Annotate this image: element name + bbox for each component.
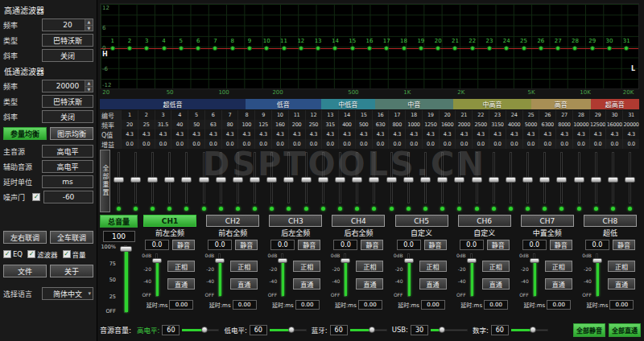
slider-thumb[interactable] bbox=[216, 177, 226, 183]
channel-delay-value[interactable]: 0.00 bbox=[421, 300, 445, 310]
slider-thumb[interactable] bbox=[120, 246, 132, 252]
mute-all-button[interactable]: 全部静音 bbox=[573, 323, 605, 337]
eq-band-handle[interactable] bbox=[316, 46, 320, 51]
lpf-slope-select[interactable]: 关闭 bbox=[42, 110, 93, 123]
lpf-freq-input[interactable]: 20000 ▲▼ bbox=[42, 80, 93, 92]
slider-thumb[interactable] bbox=[437, 177, 448, 183]
eq-band-handle[interactable] bbox=[607, 46, 612, 51]
channel-tab-ch2[interactable]: CH2 bbox=[206, 215, 259, 227]
slider-thumb[interactable] bbox=[454, 177, 464, 183]
eq-band-handle[interactable] bbox=[162, 46, 167, 51]
slider-thumb[interactable] bbox=[522, 177, 533, 183]
slider-thumb[interactable] bbox=[152, 258, 162, 263]
slider-thumb[interactable] bbox=[147, 177, 158, 183]
slider-thumb[interactable] bbox=[250, 177, 260, 183]
hpf-freq-input[interactable]: 20 ▲▼ bbox=[42, 18, 93, 31]
hpf-slope-select[interactable]: 关闭 bbox=[42, 49, 93, 62]
eq-band-handle[interactable] bbox=[452, 46, 457, 51]
channel-delay-value[interactable]: 0.00 bbox=[547, 300, 571, 310]
eq-gain-slider[interactable] bbox=[485, 150, 502, 212]
channel-volume-slider[interactable] bbox=[341, 253, 350, 298]
source-volume-slider[interactable] bbox=[350, 325, 387, 335]
channel-phase-button[interactable]: 正相 bbox=[356, 261, 383, 272]
channel-phase-button[interactable]: 正相 bbox=[230, 261, 258, 272]
channel-through-button[interactable]: 直通 bbox=[419, 278, 447, 290]
channel-delay-value[interactable]: 0.00 bbox=[233, 300, 257, 310]
master-volume-slider[interactable] bbox=[119, 244, 135, 314]
source-volume-slider[interactable] bbox=[431, 325, 468, 335]
eq-gain-slider[interactable] bbox=[605, 150, 621, 212]
source-volume-value[interactable]: 30 bbox=[411, 325, 428, 335]
channel-mute-button[interactable]: 静音 bbox=[487, 240, 510, 250]
slider-thumb[interactable] bbox=[335, 177, 345, 183]
master-volume-button[interactable]: 总音量 bbox=[100, 215, 138, 228]
slider-thumb[interactable] bbox=[288, 327, 295, 333]
slider-thumb[interactable] bbox=[506, 177, 516, 183]
eq-band-handle[interactable] bbox=[350, 46, 355, 51]
eq-band-handle[interactable] bbox=[504, 46, 509, 51]
eq-gain-slider[interactable] bbox=[400, 150, 417, 212]
channel-tab-ch7[interactable]: CH7 bbox=[521, 215, 574, 227]
eq-band-handle[interactable] bbox=[196, 46, 200, 51]
slider-thumb[interactable] bbox=[352, 177, 362, 183]
channel-mute-button[interactable]: 静音 bbox=[361, 240, 383, 250]
channel-through-button[interactable]: 直通 bbox=[482, 278, 510, 290]
channel-volume-slider[interactable] bbox=[278, 253, 287, 298]
eq-gain-slider[interactable] bbox=[469, 150, 485, 212]
channel-gain-value[interactable]: 0.0 bbox=[333, 240, 357, 250]
channel-delay-value[interactable]: 0.00 bbox=[609, 300, 634, 310]
eq-gain-slider[interactable] bbox=[281, 150, 298, 212]
slider-thumb[interactable] bbox=[539, 177, 550, 183]
language-select[interactable]: 简体中文 ▾ bbox=[42, 287, 93, 300]
eq-band-handle[interactable] bbox=[539, 46, 543, 51]
eq-band-handle[interactable] bbox=[230, 46, 235, 51]
master-volume-value[interactable]: 100 bbox=[103, 231, 135, 242]
eq-gain-slider[interactable] bbox=[298, 150, 315, 212]
channel-gain-value[interactable]: 0.0 bbox=[145, 240, 169, 250]
eq-band-handle[interactable] bbox=[436, 46, 440, 51]
eq-gain-slider[interactable] bbox=[502, 150, 519, 212]
slider-thumb[interactable] bbox=[283, 177, 294, 183]
slider-thumb[interactable] bbox=[201, 327, 208, 333]
slider-thumb[interactable] bbox=[369, 177, 379, 183]
channel-through-button[interactable]: 直通 bbox=[545, 278, 572, 290]
through-all-button[interactable]: 全部直通 bbox=[609, 323, 641, 337]
noise-gate-value-box[interactable]: -60 bbox=[43, 191, 93, 203]
graphic-eq-button[interactable]: 图示均衡 bbox=[50, 127, 93, 140]
slider-thumb[interactable] bbox=[625, 177, 635, 183]
channel-phase-button[interactable]: 正相 bbox=[545, 261, 572, 272]
source-volume-slider[interactable] bbox=[182, 325, 219, 335]
channel-phase-button[interactable]: 正相 bbox=[482, 261, 510, 272]
channel-phase-button[interactable]: 正相 bbox=[293, 261, 320, 272]
link-left-right-button[interactable]: 左右联调 bbox=[3, 231, 47, 244]
slider-thumb[interactable] bbox=[215, 258, 225, 263]
eq-band-handle[interactable] bbox=[487, 46, 492, 51]
eq-gain-slider[interactable] bbox=[554, 150, 571, 212]
eq-gain-slider[interactable] bbox=[264, 150, 281, 212]
slider-thumb[interactable] bbox=[608, 177, 618, 183]
channel-mute-button[interactable]: 静音 bbox=[172, 240, 195, 250]
channel-volume-slider[interactable] bbox=[404, 253, 414, 298]
parametric-eq-button[interactable]: 参量均衡 bbox=[3, 127, 47, 140]
channel-volume-slider[interactable] bbox=[592, 253, 602, 298]
slider-thumb[interactable] bbox=[530, 258, 539, 263]
slider-thumb[interactable] bbox=[266, 177, 277, 183]
slider-thumb[interactable] bbox=[556, 177, 567, 183]
toggle-checkbox-eq[interactable]: ✓ bbox=[3, 250, 11, 258]
slider-thumb[interactable] bbox=[592, 258, 602, 263]
slider-thumb[interactable] bbox=[489, 177, 499, 183]
eq-band-handle[interactable] bbox=[419, 46, 423, 51]
eq-band-handle[interactable] bbox=[299, 46, 303, 51]
eq-gain-slider[interactable] bbox=[110, 150, 127, 212]
channel-mute-button[interactable]: 静音 bbox=[235, 240, 258, 250]
eq-band-handle[interactable] bbox=[179, 46, 184, 51]
channel-gain-value[interactable]: 0.0 bbox=[270, 240, 295, 250]
channel-mute-button[interactable]: 静音 bbox=[613, 240, 635, 250]
source-volume-value[interactable]: 60 bbox=[330, 325, 348, 335]
channel-gain-value[interactable]: 0.0 bbox=[460, 240, 484, 250]
eq-band-handle[interactable] bbox=[247, 46, 252, 51]
slider-thumb[interactable] bbox=[233, 177, 243, 183]
slider-thumb[interactable] bbox=[318, 177, 328, 183]
channel-delay-value[interactable]: 0.00 bbox=[295, 300, 320, 310]
slider-thumb[interactable] bbox=[530, 327, 536, 333]
